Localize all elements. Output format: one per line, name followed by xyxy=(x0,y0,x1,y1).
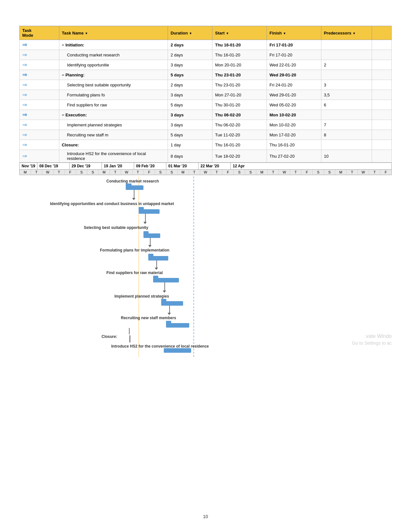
task-name-cell: − Planning: xyxy=(59,70,168,80)
finish-cell: Mon 10-02-20 xyxy=(267,120,321,130)
timeline-month: 09 Feb '20 xyxy=(134,163,166,169)
duration-cell: 3 days xyxy=(168,60,212,70)
table-row: ⇒ Recruiting new staff m 5 days Tue 11-0… xyxy=(20,130,392,140)
timeline-month: 22 Mar '20 xyxy=(199,163,231,169)
extra-cell xyxy=(372,140,391,150)
finish-cell: Thu 27-02-20 xyxy=(267,150,321,163)
table-row: ⇒ Conducting market research 2 days Thu … xyxy=(20,50,392,60)
task-mode-cell: ⇒ xyxy=(20,80,59,90)
task-mode-cell: ⇒ xyxy=(20,130,59,140)
pred-cell: 3 xyxy=(321,80,372,90)
task-mode-cell: ⇒ xyxy=(20,150,59,163)
arrow-down xyxy=(132,198,135,200)
pred-cell: 8 xyxy=(321,130,372,140)
task-name-cell: Introduce HS2 for the convenience of loc… xyxy=(59,150,168,163)
day-cell: F xyxy=(222,170,234,175)
day-cell: F xyxy=(301,170,313,175)
task-bar xyxy=(143,233,160,238)
table-row: ⇒ Identifying opportunitie 3 days Mon 20… xyxy=(20,60,392,70)
start-cell: Thu 16-01-20 xyxy=(212,50,267,60)
task-mode-cell: ⇒ xyxy=(20,60,59,70)
finish-cell: Fri 24-01-20 xyxy=(267,80,321,90)
extra-cell xyxy=(372,90,391,100)
closure-bar xyxy=(130,335,130,342)
day-cell: M xyxy=(20,170,31,175)
task-label: Recruiting new staff members xyxy=(121,316,176,320)
task-name-cell: Conducting market research xyxy=(59,50,168,60)
day-cell: M xyxy=(178,170,189,175)
day-cell: S xyxy=(166,170,178,175)
finish-cell: Mon 17-02-20 xyxy=(267,130,321,140)
col-header-duration: Duration ▼ xyxy=(168,26,212,40)
extra-cell xyxy=(372,110,391,120)
task-label: Conducting market research xyxy=(106,179,159,183)
task-label: Selecting best suitable opportunity xyxy=(84,225,148,230)
timeline-section: Nov '19 08 Dec '19 29 Dec '19 19 Jan '20… xyxy=(19,163,392,175)
arrow-down xyxy=(168,313,171,315)
day-cell: T xyxy=(268,170,279,175)
task-mode-cell: ⇒ xyxy=(20,100,59,110)
connector xyxy=(150,238,151,245)
task-name-cell: Selecting best suitable opportunity xyxy=(59,80,168,90)
gantt-table: TaskMode Task Name ▼ Duration ▼ Start ▼ … xyxy=(19,26,392,163)
duration-cell: 1 day xyxy=(168,140,212,150)
extra-cell xyxy=(372,130,391,140)
day-cell: T xyxy=(211,170,222,175)
pred-cell xyxy=(321,50,372,60)
task-label: Find suppliers for raw material xyxy=(106,271,163,275)
pred-cell xyxy=(321,110,372,120)
task-label: Implement planned strategies xyxy=(114,294,169,299)
start-cell: Thu 06-02-20 xyxy=(212,120,267,130)
day-cell: S xyxy=(76,170,87,175)
table-row: ⇒ Selecting best suitable opportunity 2 … xyxy=(20,80,392,90)
day-cell: T xyxy=(347,170,358,175)
duration-cell: 3 days xyxy=(168,120,212,130)
finish-cell: Wed 22-01-20 xyxy=(267,60,321,70)
finish-cell: Fri 17-01-20 xyxy=(267,50,321,60)
task-label: Introduce HS2 for the convenience of loc… xyxy=(111,344,209,349)
start-cell: Thu 16-01-20 xyxy=(212,40,267,50)
task-name-cell: Recruiting new staff m xyxy=(59,130,168,140)
connector xyxy=(145,214,146,222)
dotted-line xyxy=(193,176,194,357)
duration-cell: 8 days xyxy=(168,150,212,163)
task-name-cell: Identifying opportunitie xyxy=(59,60,168,70)
day-cell: S xyxy=(87,170,99,175)
task-name-cell: Formulating plans fo xyxy=(59,90,168,100)
col-header-finish: Finish ▼ xyxy=(267,26,321,40)
arrow-down xyxy=(155,268,158,270)
timeline-month: 08 Dec '19 xyxy=(37,163,70,169)
day-cell: F xyxy=(380,170,391,175)
duration-cell: 5 days xyxy=(168,70,212,80)
day-cell: M xyxy=(99,170,110,175)
task-label: Formulating plans for implementation xyxy=(100,248,169,252)
day-cell: T xyxy=(110,170,121,175)
watermark-line1: vate Windo xyxy=(366,333,392,339)
day-cell: S xyxy=(245,170,256,175)
duration-cell: 5 days xyxy=(168,100,212,110)
day-cell: M xyxy=(256,170,268,175)
gantt-chart-area: Conducting market research Identifying o… xyxy=(19,176,392,357)
finish-cell: Mon 10-02-20 xyxy=(267,110,321,120)
page-number: 10 xyxy=(203,514,208,519)
timeline-month: 29 Dec '19 xyxy=(70,163,102,169)
day-cell: M xyxy=(335,170,347,175)
table-row: ⇒ Find suppliers for raw 5 days Thu 30-0… xyxy=(20,100,392,110)
pred-cell: 3,5 xyxy=(321,90,372,100)
extra-cell xyxy=(372,60,391,70)
day-cell: W xyxy=(42,170,54,175)
task-name-cell: − Initiation: xyxy=(59,40,168,50)
duration-cell: 2 days xyxy=(168,40,212,50)
pred-cell: 2 xyxy=(321,60,372,70)
extra-cell xyxy=(372,150,391,163)
table-row: ⇒ Introduce HS2 for the convenience of l… xyxy=(20,150,392,163)
timeline-month: Nov '19 xyxy=(20,163,37,169)
task-label-closure: Closure: xyxy=(102,334,117,339)
task-bar xyxy=(161,301,183,306)
day-cell: S xyxy=(313,170,324,175)
duration-cell: 3 days xyxy=(168,90,212,100)
connector xyxy=(164,282,165,291)
timeline-month: 12 Apr xyxy=(231,163,249,169)
table-row: ⇒ − Initiation: 2 days Thu 16-01-20 Fri … xyxy=(20,40,392,50)
col-header-start: Start ▼ xyxy=(212,26,267,40)
